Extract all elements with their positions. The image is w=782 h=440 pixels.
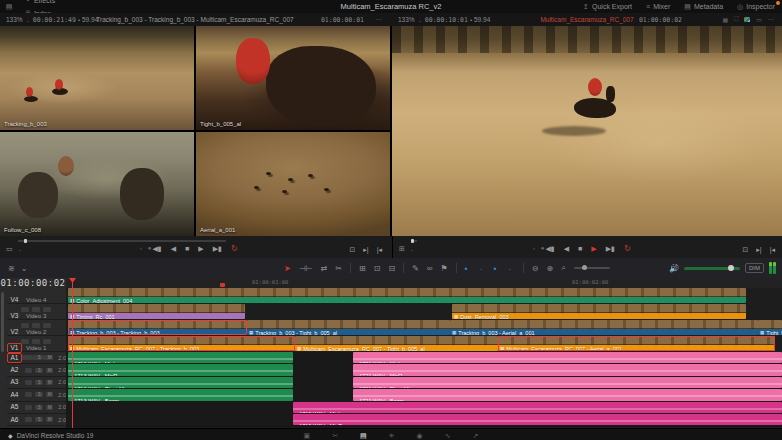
- solo-button[interactable]: S: [35, 355, 42, 360]
- timeline-track-area[interactable]: 01:00:01:0001:00:02:00 ▦Color_Adjustment…: [66, 278, 782, 428]
- timeline-audio-clip[interactable]: ♪1713.WAV - MixR: [68, 364, 293, 375]
- overwrite-clip-icon[interactable]: ⊡: [374, 264, 381, 273]
- source-options-menu[interactable]: ···: [376, 16, 383, 23]
- lock-icon[interactable]: [25, 368, 32, 373]
- inspector-button[interactable]: ◎Inspector: [730, 0, 782, 13]
- last-frame-button[interactable]: ▶▮: [606, 244, 615, 254]
- volume-slider[interactable]: [684, 267, 740, 270]
- mute-button[interactable]: M: [46, 405, 53, 410]
- save-icon[interactable]: ⛶: [734, 16, 738, 23]
- quick-export-button[interactable]: ↥Quick Export: [576, 0, 639, 13]
- cut-page-icon[interactable]: ✂: [332, 430, 338, 440]
- video-track-lane-v4[interactable]: ▦Color_Adjustment_004: [66, 288, 782, 305]
- grid-view-icon[interactable]: ▦: [722, 16, 728, 23]
- timeline-audio-clip[interactable]: ♪1713.WAV - Plant Mic: [68, 377, 293, 388]
- track-header-v1[interactable]: V1Video 1: [7, 336, 66, 352]
- link-icon[interactable]: ∞: [427, 264, 433, 273]
- step-back-button[interactable]: ◀: [171, 244, 176, 254]
- timeline-audio-clip[interactable]: ♪1721.WAV - Boom: [353, 389, 782, 400]
- timeline-clip[interactable]: ▦Timing_Rc_001: [68, 304, 245, 319]
- video-track-lane-v1[interactable]: ▦Multicam_Escaramuza_RC_007 - Tracking_b…: [66, 336, 782, 353]
- timeline-title[interactable]: Multicam_Escaramuza_RC_007: [540, 16, 633, 23]
- loop-button[interactable]: ↻: [624, 244, 631, 254]
- source-jog-bar[interactable]: [18, 240, 226, 242]
- track-header-v2[interactable]: V2Video 2: [7, 320, 66, 336]
- speaker-icon[interactable]: 🔊: [669, 264, 679, 273]
- timeline-zoom-slider[interactable]: [574, 267, 610, 269]
- stop-button[interactable]: ■: [185, 244, 189, 254]
- timeline-clip[interactable]: ▦Multicam_Escaramuza_RC_007 - Aerial_a_0…: [498, 336, 775, 351]
- timeline-zoom-level[interactable]: 133%: [398, 16, 415, 23]
- cinema-viewer-icon[interactable]: ▭: [756, 16, 762, 23]
- trim-edit-icon[interactable]: ⊣⊢: [299, 264, 313, 273]
- flag-color-icon[interactable]: ▪: [465, 264, 468, 273]
- track-header-a5[interactable]: A5SM2.0: [7, 402, 66, 414]
- track-header-v4[interactable]: V4Video 4: [7, 288, 66, 304]
- timeline-audio-clip[interactable]: ♪1721.WAV - MixR: [353, 364, 782, 375]
- timeline-audio-clip[interactable]: ♪1721.WAV - MixL: [353, 352, 782, 363]
- mute-button[interactable]: M: [46, 392, 53, 397]
- audio-track-lane-a1[interactable]: ♪1713.WAV - MixL♪1721.WAV - MixL: [66, 352, 782, 365]
- dim-button[interactable]: DIM: [745, 263, 764, 273]
- fusion-page-icon[interactable]: ✳: [389, 430, 395, 440]
- zoom-in-icon[interactable]: ⌕: [561, 263, 565, 273]
- multicam-display-mode-button[interactable]: ▭ ⌄: [6, 245, 25, 253]
- source-clip-title[interactable]: Tracking_b_003 - Tracking_b_003 - Multic…: [96, 16, 293, 23]
- timeline-selector[interactable]: ≋⌄: [8, 264, 27, 273]
- timeline-list-icon[interactable]: ≋: [8, 264, 15, 273]
- timeline-viewer[interactable]: [392, 26, 782, 236]
- timeline-audio-clip[interactable]: ♪1713.WAV - MixL: [68, 352, 293, 363]
- timeline-clip[interactable]: ▦Tracking_b_003 - Tight_b_005_al: [247, 320, 450, 335]
- loop-button[interactable]: ↻: [231, 244, 238, 254]
- track-header-a4[interactable]: A4SM2.0: [7, 389, 66, 401]
- audio-track-lane-a4[interactable]: ♪1713.WAV - Boom♪1721.WAV - Boom: [66, 389, 782, 402]
- viewer-mode-button[interactable]: ⊞ ⌄: [399, 245, 417, 253]
- last-frame-button[interactable]: ▶▮: [213, 244, 222, 254]
- lock-icon[interactable]: [25, 405, 32, 410]
- deliver-page-icon[interactable]: ↗: [473, 430, 479, 440]
- audio-track-lane-a2[interactable]: ♪1713.WAV - MixR♪1721.WAV - MixR: [66, 364, 782, 377]
- chevron-down-icon[interactable]: ⌄: [21, 264, 28, 273]
- marker-color-icon[interactable]: ▪: [494, 264, 497, 273]
- mute-button[interactable]: M: [46, 380, 53, 385]
- track-header-a1[interactable]: A1SM2.0: [7, 352, 66, 364]
- timeline-clip[interactable]: ▦Tracking_b_003 - Aerial_a_001: [450, 320, 758, 335]
- lock-icon[interactable]: [25, 355, 32, 360]
- audio-track-lane-a6[interactable]: ♪1715.WAV - MixR: [66, 414, 782, 427]
- timeline-clip[interactable]: ▦Dust_Removal_003: [452, 304, 746, 319]
- blade-edit-icon[interactable]: ✂: [335, 264, 342, 273]
- timeline-marker[interactable]: [220, 283, 225, 287]
- timeline-vertical-scrollbar[interactable]: [1, 292, 4, 352]
- color-swatch-icon[interactable]: [744, 17, 750, 22]
- lock-icon[interactable]: [25, 417, 32, 422]
- audio-track-lane-a3[interactable]: ♪1713.WAV - Plant Mic♪1721.WAV - Plant M…: [66, 377, 782, 390]
- timeline-clip[interactable]: ▦Tight_b_005_al: [758, 320, 782, 335]
- mixer-button[interactable]: ≡Mixer: [639, 0, 677, 13]
- first-frame-button[interactable]: ◀▮: [545, 244, 554, 254]
- mute-button[interactable]: M: [46, 368, 53, 373]
- timeline-audio-clip[interactable]: ♪1721.WAV - Plant Mic: [353, 377, 782, 388]
- track-destination-a5[interactable]: A5: [7, 402, 22, 412]
- video-track-lane-v3[interactable]: ▦Timing_Rc_001▦Dust_Removal_003: [66, 304, 782, 321]
- timeline-audio-clip[interactable]: ♪1715.WAV - MixR: [293, 414, 782, 425]
- timeline-audio-clip[interactable]: ♪1715.WAV - MixL: [293, 402, 782, 413]
- goto-in-icon[interactable]: ▸|: [756, 245, 761, 255]
- pen-icon[interactable]: ✎: [412, 264, 419, 273]
- audio-track-lane-a5[interactable]: ♪1715.WAV - MixL: [66, 402, 782, 415]
- fairlight-page-icon[interactable]: ∿: [445, 430, 451, 440]
- timeline-audio-clip[interactable]: ♪1713.WAV - Boom: [68, 389, 293, 400]
- zoom-full-icon[interactable]: ⊕: [547, 264, 554, 273]
- edit-page-icon[interactable]: ▤: [360, 430, 367, 440]
- insert-clip-icon[interactable]: ⊞: [359, 264, 366, 273]
- timeline-clip[interactable]: ▦Multicam_Escaramuza_RC_007 - Tight_b_00…: [295, 336, 498, 351]
- playhead[interactable]: [72, 278, 73, 428]
- solo-button[interactable]: S: [35, 405, 42, 410]
- track-destination-a6[interactable]: A6: [7, 415, 22, 425]
- track-header-a6[interactable]: A6SM2.0: [7, 414, 66, 426]
- track-destination-a3[interactable]: A3: [7, 377, 22, 387]
- track-destination-a1[interactable]: A1: [7, 353, 22, 363]
- flag-icon[interactable]: ⚑: [441, 264, 448, 273]
- metadata-button[interactable]: ▤Metadata: [677, 0, 730, 13]
- play-button[interactable]: ▶: [198, 244, 203, 254]
- multicam-angle-tracking[interactable]: Tracking_b_003: [0, 26, 194, 130]
